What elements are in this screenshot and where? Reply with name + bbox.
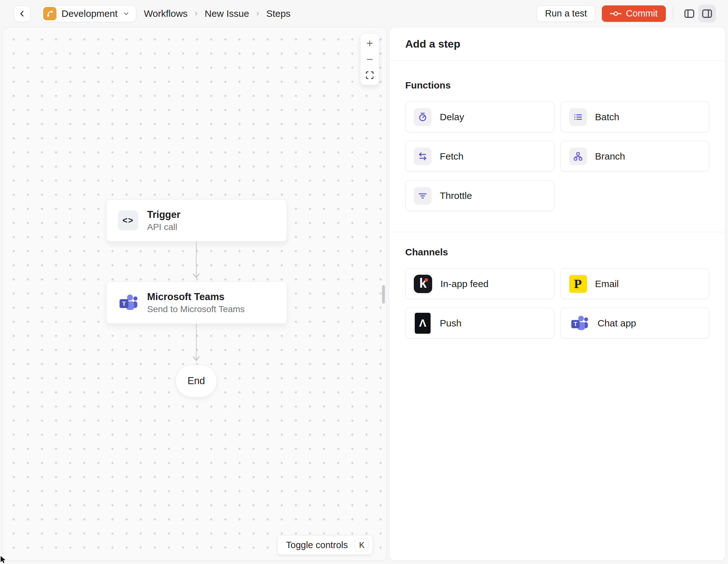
commit-button-label: Commit (626, 8, 658, 19)
functions-section-label: Functions (405, 80, 709, 91)
panel-left-icon (684, 8, 695, 19)
breadcrumb-workflows[interactable]: Workflows (144, 8, 188, 19)
arrowhead-down-icon (192, 356, 200, 362)
workflow-canvas[interactable]: + − <> Trigger API call (3, 27, 387, 561)
code-icon: <> (118, 210, 138, 230)
function-card-throttle[interactable]: Throttle (405, 180, 554, 211)
function-card-label: Batch (595, 112, 620, 122)
function-card-label: Branch (595, 151, 625, 162)
canvas-vertical-scrollbar[interactable] (382, 285, 385, 304)
channel-card-label: Chat app (598, 318, 636, 329)
back-button[interactable] (14, 5, 30, 22)
topbar-divider (673, 7, 673, 21)
chevron-down-icon (123, 10, 130, 17)
top-bar: Development Workflows New Issue Steps Ru… (0, 0, 728, 27)
funnel-lines-icon (414, 187, 432, 204)
breadcrumb: Workflows New Issue Steps (144, 8, 291, 19)
end-node-label: End (187, 375, 205, 387)
chevron-right-icon (193, 11, 199, 16)
keyboard-shortcut-badge: K (355, 538, 369, 552)
channel-card-label: Push (440, 318, 461, 329)
function-card-label: Throttle (440, 190, 472, 201)
panel-title: Add a step (405, 38, 460, 50)
microsoft-teams-logo-icon: T (569, 315, 589, 332)
postmark-logo-icon: P (569, 275, 587, 293)
function-card-branch[interactable]: Branch (561, 141, 710, 172)
toggle-controls-button[interactable]: Toggle controls K (277, 535, 373, 555)
channels-grid: k In-app feed P Email Λ Push (405, 268, 709, 339)
add-step-panel: Add a step Functions Delay (389, 27, 725, 561)
toggle-right-panel-button[interactable] (698, 5, 716, 23)
hierarchy-icon (569, 147, 587, 165)
breadcrumb-steps[interactable]: Steps (266, 8, 291, 19)
expo-logo-icon: Λ (415, 313, 431, 334)
function-card-batch[interactable]: Batch (561, 101, 710, 132)
microsoft-teams-node[interactable]: T Microsoft Teams Send to Microsoft Team… (106, 281, 287, 324)
toggle-left-panel-button[interactable] (680, 5, 698, 23)
trigger-node[interactable]: <> Trigger API call (106, 199, 287, 242)
toggle-controls-label: Toggle controls (286, 540, 348, 550)
commit-button[interactable]: Commit (602, 5, 666, 22)
end-node[interactable]: End (175, 365, 217, 398)
function-card-fetch[interactable]: Fetch (405, 141, 554, 172)
teams-node-subtitle: Send to Microsoft Teams (147, 304, 245, 315)
channel-card-in-app-feed[interactable]: k In-app feed (405, 268, 554, 299)
fullscreen-icon (365, 70, 374, 80)
knock-logo-icon: k (414, 275, 432, 293)
trigger-node-title: Trigger (147, 209, 180, 221)
environment-branch-icon (43, 7, 56, 20)
function-card-label: Fetch (440, 151, 464, 162)
channel-card-email[interactable]: P Email (561, 268, 710, 299)
channel-card-chat-app[interactable]: T Chat app (561, 308, 710, 339)
arrowhead-down-icon (192, 273, 200, 279)
swap-arrows-icon (414, 147, 432, 165)
channel-card-label: In-app feed (440, 278, 489, 289)
breadcrumb-new-issue[interactable]: New Issue (205, 8, 249, 19)
plus-icon: + (366, 37, 373, 50)
environment-label: Development (62, 8, 118, 19)
svg-text:T: T (574, 321, 577, 328)
list-icon (569, 108, 587, 126)
panel-right-icon (702, 8, 712, 19)
svg-text:T: T (122, 301, 126, 307)
mouse-cursor (0, 556, 6, 564)
stopwatch-icon (414, 108, 432, 126)
minus-icon: − (366, 53, 373, 66)
section-divider (389, 232, 725, 232)
function-card-label: Delay (440, 112, 464, 122)
run-a-test-button[interactable]: Run a test (536, 5, 595, 22)
functions-grid: Delay Batch (405, 101, 709, 211)
fit-view-button[interactable] (361, 67, 379, 83)
channel-card-push[interactable]: Λ Push (405, 308, 554, 339)
channels-section-label: Channels (405, 247, 709, 257)
function-card-delay[interactable]: Delay (405, 101, 554, 132)
trigger-node-subtitle: API call (147, 222, 180, 232)
canvas-zoom-controls: + − (361, 34, 379, 85)
teams-node-title: Microsoft Teams (147, 291, 245, 303)
panel-header: Add a step (389, 27, 725, 61)
chevron-right-icon (255, 11, 261, 16)
git-commit-icon (610, 10, 621, 17)
microsoft-teams-logo-icon: T (118, 293, 138, 313)
environment-selector[interactable]: Development (41, 5, 136, 22)
zoom-in-button[interactable]: + (361, 36, 379, 51)
chevron-left-icon (18, 10, 26, 18)
zoom-out-button[interactable]: − (361, 51, 379, 67)
channel-card-label: Email (595, 278, 619, 289)
